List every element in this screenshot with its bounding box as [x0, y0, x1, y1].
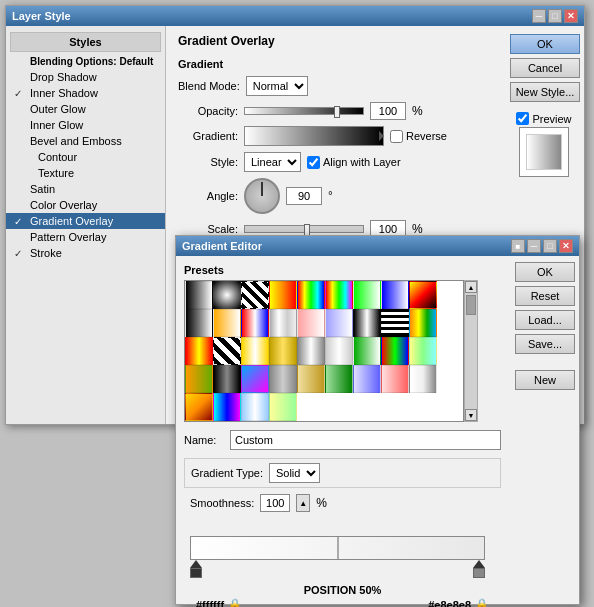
preset-6[interactable] [325, 281, 353, 309]
ge-new-button[interactable]: New [515, 370, 575, 390]
preset-26[interactable] [381, 337, 409, 365]
preset-3[interactable] [241, 281, 269, 309]
preview-inner [526, 134, 562, 170]
align-layer-label[interactable]: Align with Layer [307, 156, 401, 169]
preset-30[interactable] [241, 365, 269, 393]
ge-maximize-button[interactable]: □ [543, 239, 557, 253]
ge-load-button[interactable]: Load... [515, 310, 575, 330]
preset-21[interactable] [241, 337, 269, 365]
ge-reset-button[interactable]: Reset [515, 286, 575, 306]
sidebar-item-inner-shadow[interactable]: ✓ Inner Shadow [6, 85, 165, 101]
presets-row: ▲ ▼ [184, 280, 501, 422]
angle-input[interactable] [286, 187, 322, 205]
gradient-type-select[interactable]: Solid [269, 463, 320, 483]
preset-5[interactable] [297, 281, 325, 309]
preset-37[interactable] [185, 393, 213, 421]
preset-28[interactable] [185, 365, 213, 393]
sidebar-item-contour[interactable]: Contour [6, 149, 165, 165]
preset-19[interactable] [185, 337, 213, 365]
preset-33[interactable] [325, 365, 353, 393]
preset-15[interactable] [325, 309, 353, 337]
opacity-slider[interactable] [244, 107, 364, 115]
preset-18[interactable] [409, 309, 437, 337]
ge-close-button[interactable]: ✕ [559, 239, 573, 253]
sidebar-item-pattern-overlay-label: Pattern Overlay [30, 231, 106, 243]
preset-14[interactable] [297, 309, 325, 337]
preset-35[interactable] [381, 365, 409, 393]
preset-7[interactable] [353, 281, 381, 309]
preset-2[interactable] [213, 281, 241, 309]
preview-label[interactable]: Preview [516, 112, 571, 125]
name-input[interactable] [230, 430, 501, 450]
sidebar-item-stroke[interactable]: ✓ Stroke [6, 245, 165, 261]
preset-9[interactable] [409, 281, 437, 309]
scroll-thumb[interactable] [466, 295, 476, 315]
preset-17[interactable] [381, 309, 409, 337]
preset-13[interactable] [269, 309, 297, 337]
preset-32[interactable] [297, 365, 325, 393]
sidebar-item-satin[interactable]: Satin [6, 181, 165, 197]
preset-24[interactable] [325, 337, 353, 365]
blend-mode-select[interactable]: Normal [246, 76, 308, 96]
preset-20[interactable] [213, 337, 241, 365]
sidebar-item-inner-glow[interactable]: Inner Glow [6, 117, 165, 133]
opacity-thumb[interactable] [334, 106, 340, 118]
preset-22[interactable] [269, 337, 297, 365]
ge-minimize-button[interactable]: ─ [527, 239, 541, 253]
sidebar-item-pattern-overlay[interactable]: Pattern Overlay [6, 229, 165, 245]
preset-10[interactable] [185, 309, 213, 337]
angle-dial[interactable] [244, 178, 280, 214]
preset-16[interactable] [353, 309, 381, 337]
smoothness-input[interactable] [260, 494, 290, 512]
new-style-button[interactable]: New Style... [510, 82, 580, 102]
preset-25[interactable] [353, 337, 381, 365]
ge-ok-button[interactable]: OK [515, 262, 575, 282]
sidebar-item-color-overlay[interactable]: Color Overlay [6, 197, 165, 213]
sidebar-item-gradient-overlay[interactable]: ✓ Gradient Overlay [6, 213, 165, 229]
sidebar-item-texture[interactable]: Texture [6, 165, 165, 181]
gradient-bar[interactable] [190, 536, 485, 560]
preset-11[interactable] [213, 309, 241, 337]
style-select[interactable]: Linear [244, 152, 301, 172]
angle-label: Angle: [178, 190, 238, 202]
stop-right[interactable] [473, 560, 485, 578]
gradient-preview[interactable] [244, 126, 384, 146]
opacity-unit: % [412, 104, 423, 118]
scroll-up-button[interactable]: ▲ [465, 281, 477, 293]
preview-checkbox[interactable] [516, 112, 529, 125]
hex-right: #e8e8e8 🔒 [428, 598, 489, 607]
minimize-button[interactable]: ─ [532, 9, 546, 23]
smoothness-stepper[interactable]: ▲ [296, 494, 310, 512]
opacity-input[interactable] [370, 102, 406, 120]
maximize-button[interactable]: □ [548, 9, 562, 23]
sidebar-item-drop-shadow[interactable]: Drop Shadow [6, 69, 165, 85]
preset-8[interactable] [381, 281, 409, 309]
ge-save-button[interactable]: Save... [515, 334, 575, 354]
sidebar-item-blending[interactable]: Blending Options: Default [6, 54, 165, 69]
smoothness-row: Smoothness: ▲ % [184, 494, 501, 512]
preset-12[interactable] [241, 309, 269, 337]
preset-4[interactable] [269, 281, 297, 309]
preset-38[interactable] [213, 393, 241, 421]
align-layer-checkbox[interactable] [307, 156, 320, 169]
cancel-button[interactable]: Cancel [510, 58, 580, 78]
preset-40[interactable] [269, 393, 297, 421]
preset-36[interactable] [409, 365, 437, 393]
scale-slider[interactable] [244, 225, 364, 233]
reverse-label[interactable]: Reverse [390, 130, 447, 143]
close-button[interactable]: ✕ [564, 9, 578, 23]
scroll-down-button[interactable]: ▼ [465, 409, 477, 421]
preset-31[interactable] [269, 365, 297, 393]
ge-expand-button[interactable]: ■ [511, 239, 525, 253]
reverse-checkbox[interactable] [390, 130, 403, 143]
preset-29[interactable] [213, 365, 241, 393]
preset-27[interactable] [409, 337, 437, 365]
preset-1[interactable] [185, 281, 213, 309]
sidebar-item-outer-glow[interactable]: Outer Glow [6, 101, 165, 117]
preset-23[interactable] [297, 337, 325, 365]
preset-39[interactable] [241, 393, 269, 421]
sidebar-item-bevel[interactable]: Bevel and Emboss [6, 133, 165, 149]
ok-button[interactable]: OK [510, 34, 580, 54]
preset-34[interactable] [353, 365, 381, 393]
stop-left[interactable] [190, 560, 202, 578]
